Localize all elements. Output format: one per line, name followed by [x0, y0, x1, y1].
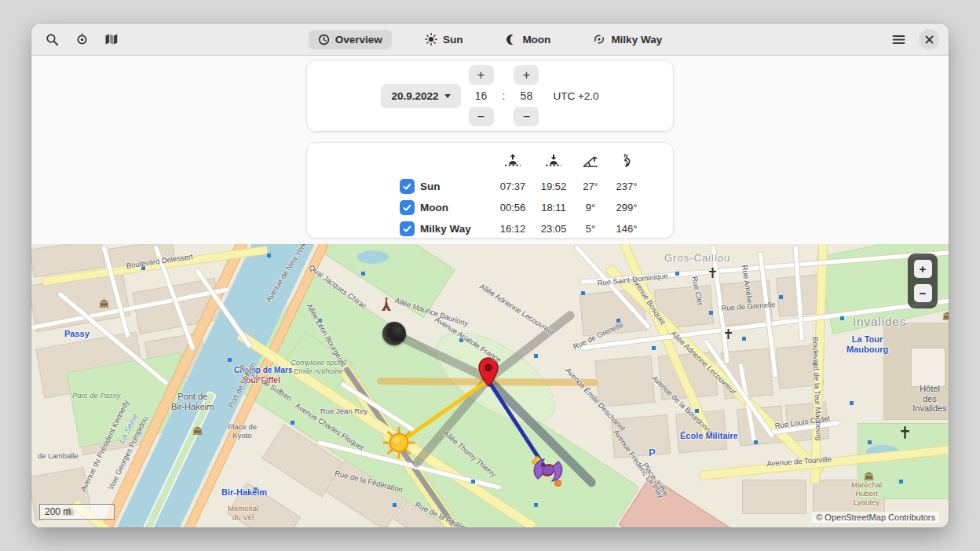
hour-spinner: + 16 −	[469, 65, 494, 126]
close-button[interactable]	[919, 29, 939, 49]
tab-sun-label: Sun	[443, 34, 463, 46]
crossing-icon	[850, 401, 854, 405]
moon-marker[interactable]	[382, 322, 406, 345]
map-label-passy: Passy	[64, 329, 90, 338]
crossing-icon	[393, 503, 397, 507]
map-label-la-tour-maubourg: La Tour Maubourg	[847, 334, 888, 354]
zoom-in-button[interactable]: +	[914, 260, 932, 278]
crossing-icon	[840, 316, 844, 320]
milkyway-set-time: 23:05	[533, 218, 574, 239]
date-picker-button[interactable]: 20.9.2022	[381, 84, 460, 108]
crossing-icon	[868, 440, 872, 444]
app-window: Overview Sun Moon Milky Way	[31, 24, 949, 527]
map-button[interactable]	[101, 28, 122, 50]
map-label-gros-caillou: Gros-Caillou	[664, 252, 730, 264]
tab-sun[interactable]: Sun	[415, 29, 473, 49]
crossing-icon	[754, 440, 758, 444]
zoom-out-button[interactable]: −	[914, 284, 932, 302]
crossing-icon	[899, 480, 903, 483]
tab-milkyway[interactable]: Milky Way	[583, 29, 671, 49]
sun-marker[interactable]	[382, 426, 415, 459]
hour-value[interactable]: 16	[469, 87, 494, 104]
time-colon: :	[503, 89, 506, 102]
tab-moon[interactable]: Moon	[495, 30, 560, 49]
crossing-icon	[581, 291, 585, 295]
menu-button[interactable]	[887, 28, 909, 50]
map-label-de-lamballe: de Lamballe	[38, 451, 79, 460]
map-label-ecole-militaire: École Militaire	[680, 431, 738, 440]
crossing-icon	[228, 358, 232, 362]
museum-icon	[192, 426, 203, 435]
dropdown-arrow-icon	[444, 94, 451, 98]
search-icon	[46, 33, 59, 46]
church-cross-icon	[900, 426, 910, 439]
minute-increment-button[interactable]: +	[514, 65, 539, 85]
minute-value[interactable]: 58	[514, 87, 539, 104]
milkyway-marker[interactable]	[530, 452, 566, 488]
crossing-icon	[291, 421, 294, 425]
search-button[interactable]	[41, 28, 63, 50]
moon-altitude: 9°	[574, 197, 607, 218]
map-label-parc-de-passy: Parc de Passy	[72, 392, 120, 400]
crossing-icon	[675, 272, 679, 276]
moon-icon	[505, 34, 517, 46]
map-label-rue-jean-rey: Rue Jean Rey	[320, 407, 368, 415]
map-label-pont-de-bir-hakeim: Pont de Bir-Hakeim	[171, 392, 214, 411]
fountain-pond	[357, 250, 389, 264]
row-name: Sun	[419, 176, 492, 197]
hour-decrement-button[interactable]: −	[469, 107, 494, 126]
content-area: 20.9.2022 + 16 − : + 58 − UTC +2.0	[31, 56, 949, 244]
map-label-bir-hakeim: Bir-Hakeim	[221, 487, 267, 497]
map-canvas[interactable]: P	[31, 244, 949, 527]
row-name: Milky Way	[419, 218, 492, 239]
datetime-card: 20.9.2022 + 16 − : + 58 − UTC +2.0	[306, 60, 674, 132]
crossing-icon	[779, 295, 783, 299]
tab-overview-label: Overview	[335, 34, 382, 46]
map-zoom-controls: + −	[908, 254, 938, 308]
view-switcher: Overview Sun Moon Milky Way	[309, 29, 671, 49]
clock-icon	[318, 34, 330, 46]
crossing-icon	[361, 272, 365, 276]
building-block	[595, 356, 656, 407]
crossing-icon	[267, 254, 271, 257]
azimuth-icon: N	[607, 148, 646, 176]
sun-altitude: 27°	[574, 176, 607, 197]
hamburger-icon	[892, 35, 905, 45]
map-label-marechal-lyautey: Maréchal Hubert Lyautey	[851, 481, 882, 507]
locate-icon	[75, 33, 89, 46]
milkyway-visibility-checkbox[interactable]	[400, 221, 415, 236]
crossing-icon	[534, 354, 538, 358]
crossing-icon	[742, 337, 746, 341]
date-label: 20.9.2022	[391, 90, 438, 102]
invalides-courtyard	[911, 348, 945, 387]
sun-set-time: 19:52	[533, 176, 574, 197]
hour-increment-button[interactable]: +	[469, 65, 494, 85]
scale-label: 200 m	[45, 506, 71, 517]
crossing-icon	[471, 480, 475, 483]
map-label-place-de-kyoto: Place de Kyoto	[228, 423, 257, 440]
ephemeris-card: N Sun 07:37 19:52 27° 237° Moon 00:56 18…	[306, 142, 674, 239]
museum-icon	[99, 299, 109, 308]
church-cross-icon	[724, 329, 733, 339]
sun-icon	[425, 33, 437, 46]
map-scale-bar: 200 m	[39, 504, 115, 520]
sun-visibility-checkbox[interactable]	[400, 179, 415, 194]
map-label-hotel-des-invalides: Hôtel des Invalides	[911, 384, 949, 414]
locate-button[interactable]	[71, 28, 93, 50]
milkyway-icon	[593, 33, 605, 46]
moon-visibility-checkbox[interactable]	[400, 200, 415, 215]
ephemeris-table: N Sun 07:37 19:52 27° 237° Moon 00:56 18…	[395, 148, 673, 239]
header-bar: Overview Sun Moon Milky Way	[31, 24, 949, 56]
milkyway-rise-time: 16:12	[492, 218, 533, 239]
museum-icon	[864, 472, 874, 480]
building-block	[742, 480, 806, 514]
rise-icon	[492, 148, 533, 176]
moon-azimuth: 299°	[607, 197, 646, 218]
map-icon	[104, 33, 119, 46]
sun-rise-time: 07:37	[492, 176, 533, 197]
crossing-icon	[709, 311, 713, 315]
tab-overview[interactable]: Overview	[309, 30, 392, 49]
moon-set-time: 18:11	[533, 197, 574, 218]
minute-decrement-button[interactable]: −	[514, 107, 539, 126]
row-name: Moon	[419, 197, 492, 218]
